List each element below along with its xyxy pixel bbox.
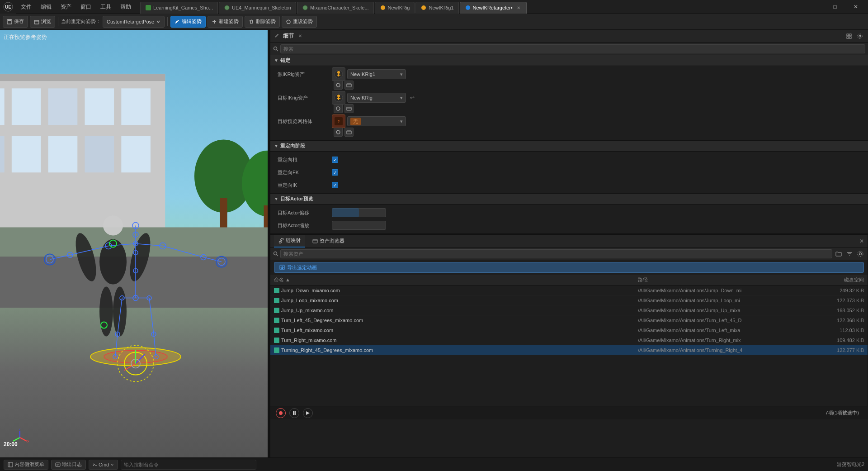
target-ikrig-asset-icon[interactable] [332, 91, 345, 105]
target-mesh-asset-icon[interactable]: ? [332, 114, 345, 128]
target-ikrig-thumbnail [334, 93, 344, 103]
tab-newikretargeter[interactable]: NewIKRetargeter• ✕ [460, 2, 527, 14]
asset-row-2[interactable]: Jump_Up_mixamo.com /All/Game/Mixamo/Anim… [270, 305, 868, 315]
svg-point-114 [337, 71, 340, 74]
reset-pose-button[interactable]: 重设姿势 [282, 16, 317, 28]
asset-list: Jump_Down_mixamo.com /All/Game/Mixamo/An… [270, 285, 868, 406]
play-forward-button[interactable] [303, 408, 313, 418]
retarget-fk-value: ✓ [332, 169, 864, 176]
retarget-phases-section: ▼ 重定向阶段 重定向根 ✓ 重定向FK ✓ [270, 141, 868, 194]
new-pose-button[interactable]: 新建姿势 [208, 16, 243, 28]
svg-text:X: X [27, 439, 29, 443]
tab-newikrig[interactable]: NewIKRig [375, 2, 415, 14]
content-side-menu-button[interactable]: 内容侧滑菜单 [4, 460, 48, 470]
record-button[interactable] [276, 408, 286, 418]
log-icon [55, 462, 61, 467]
asset-row-6[interactable]: Turning_Right_45_Degrees_mixamo.com /All… [270, 345, 868, 355]
menu-window[interactable]: 窗口 [76, 0, 96, 14]
asset-browser-settings-button[interactable] [856, 249, 865, 258]
menu-asset[interactable]: 资产 [56, 0, 76, 14]
target-preview-mesh-dropdown[interactable]: 无 ▾ [347, 116, 406, 126]
browse-icon [34, 19, 39, 24]
retarget-phases-title: 重定向阶段 [280, 143, 305, 149]
retarget-ik-checkbox[interactable]: ✓ [332, 182, 338, 188]
pin-section: ▼ 锚定 源IKRig资产 [270, 55, 868, 141]
target-ikrig-refresh-button[interactable] [334, 104, 343, 113]
folder-icon [835, 251, 842, 257]
svg-point-8 [466, 5, 470, 10]
close-button[interactable]: ✕ [845, 0, 866, 14]
retarget-fk-checkbox[interactable]: ✓ [332, 169, 338, 176]
tab-label-learningkit: LearningKit_Games_Sho... [153, 5, 213, 10]
preview-mesh-browse-button[interactable] [344, 128, 354, 137]
actor-scale-input[interactable]: 1.0 [332, 221, 386, 230]
target-actor-header[interactable]: ▼ 目标Actor预览 [270, 194, 868, 205]
target-ikrig-undo-button[interactable]: ↩ [408, 93, 417, 102]
tab-close-newikretargeter[interactable]: ✕ [515, 5, 522, 11]
console-command-input[interactable] [121, 460, 256, 470]
asset-row-1[interactable]: Jump_Loop_mixamo.com /All/Game/Mixamo/An… [270, 295, 868, 305]
details-grid-view-button[interactable] [844, 32, 854, 41]
export-animation-button[interactable]: 导出选定动画 [274, 262, 864, 273]
svg-rect-10 [8, 19, 11, 21]
source-ikrig-dropdown[interactable]: NewIKRig1 ▾ [347, 69, 406, 79]
svg-rect-11 [34, 20, 39, 24]
titlebar-controls: ─ □ ✕ [804, 0, 868, 14]
minimize-button[interactable]: ─ [804, 0, 825, 14]
target-ikrig-dropdown[interactable]: NewIKRig ▾ [347, 93, 406, 103]
asset-row-4[interactable]: Turn_Left_mixamo.com /All/Game/Mixamo/An… [270, 325, 868, 335]
asset-file-icon-6 [274, 347, 279, 353]
retarget-phases-header[interactable]: ▼ 重定向阶段 [270, 141, 868, 152]
asset-browser-tab[interactable]: 资产浏览器 [308, 235, 349, 247]
tab-newikrig1[interactable]: NewIKRig1 [415, 2, 458, 14]
source-ikrig-browse-button[interactable] [344, 81, 354, 90]
save-button[interactable]: 保存 [3, 16, 28, 28]
svg-rect-143 [56, 463, 60, 466]
asset-file-icon-1 [274, 298, 279, 303]
source-ikrig-refresh-button[interactable] [334, 81, 343, 90]
tab-ue4mannequin[interactable]: UE4_Mannequin_Skeleton [219, 2, 296, 14]
ikrig-thumbnail [334, 69, 344, 79]
menu-tools[interactable]: 工具 [96, 0, 116, 14]
chain-mapping-tab[interactable]: 链映射 [274, 235, 305, 247]
menu-help[interactable]: 帮助 [116, 0, 136, 14]
cmd-label-button[interactable]: Cmd [89, 460, 118, 470]
asset-file-icon-4 [274, 328, 279, 333]
tab-learningkit[interactable]: LearningKit_Games_Sho... [140, 2, 218, 14]
asset-browser-filter-button[interactable] [845, 249, 854, 258]
retarget-root-value: ✓ [332, 157, 864, 163]
details-search-input[interactable] [280, 44, 865, 53]
svg-line-102 [13, 438, 20, 441]
settings-small-icon [857, 251, 863, 257]
delete-pose-button[interactable]: 删除姿势 [245, 16, 280, 28]
menu-edit[interactable]: 编辑 [36, 0, 56, 14]
edit-pose-button[interactable]: 编辑姿势 [170, 16, 206, 28]
details-panel-close[interactable]: ✕ [297, 33, 304, 40]
maximize-button[interactable]: □ [825, 0, 845, 14]
asset-row-3[interactable]: Turn_Left_45_Degrees_mixamo.com /All/Gam… [270, 315, 868, 325]
asset-browser-folder-button[interactable] [834, 249, 843, 258]
bottom-panel-close[interactable]: ✕ [859, 238, 864, 244]
pose-dropdown[interactable]: CustomRetargetPose [103, 16, 165, 28]
asset-row-5[interactable]: Turn_Right_mixamo.com /All/Game/Mixamo/A… [270, 335, 868, 345]
menu-file[interactable]: 文件 [16, 0, 36, 14]
preview-dropdown-arrow-icon: ▾ [400, 119, 403, 124]
asset-search-input[interactable] [280, 249, 832, 258]
svg-point-54 [103, 216, 123, 236]
tab-mixamocharacter[interactable]: MixamoCharacter_Skele... [297, 2, 374, 14]
svg-rect-139 [295, 411, 296, 415]
output-log-button[interactable]: 输出日志 [51, 460, 86, 470]
source-ikrig-asset-icon[interactable] [332, 67, 345, 81]
pin-section-header[interactable]: ▼ 锚定 [270, 55, 868, 66]
details-settings-button[interactable] [855, 32, 864, 41]
browse-button[interactable]: 浏览 [30, 16, 55, 28]
sidebar-icon [8, 462, 13, 467]
svg-point-110 [858, 34, 862, 38]
target-ikrig-browse-button-2[interactable] [344, 104, 354, 113]
asset-row-0[interactable]: Jump_Down_mixamo.com /All/Game/Mixamo/An… [270, 285, 868, 295]
preview-mesh-refresh-button[interactable] [334, 128, 343, 137]
retarget-root-checkbox[interactable]: ✓ [332, 157, 338, 163]
col-name[interactable]: 命名 ▲ [274, 276, 638, 283]
pause-button[interactable] [289, 408, 299, 418]
viewport-resize-handle[interactable] [268, 30, 270, 457]
